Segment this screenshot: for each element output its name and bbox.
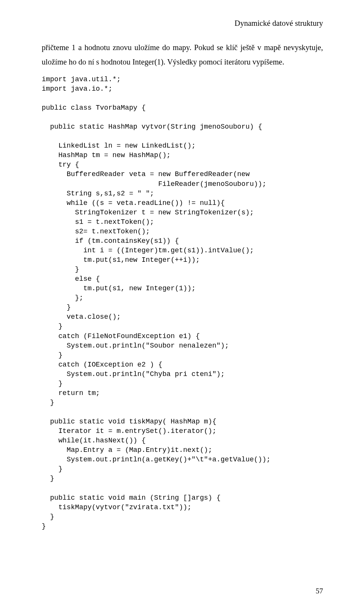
paragraph-intro: přičteme 1 a hodnotu znovu uložíme do ma… bbox=[42, 41, 323, 69]
page: Dynamické datové struktury přičteme 1 a … bbox=[0, 0, 364, 612]
running-header: Dynamické datové struktury bbox=[42, 19, 323, 28]
page-number: 57 bbox=[316, 587, 323, 595]
code-listing: import java.util.*; import java.io.*; pu… bbox=[42, 75, 323, 531]
